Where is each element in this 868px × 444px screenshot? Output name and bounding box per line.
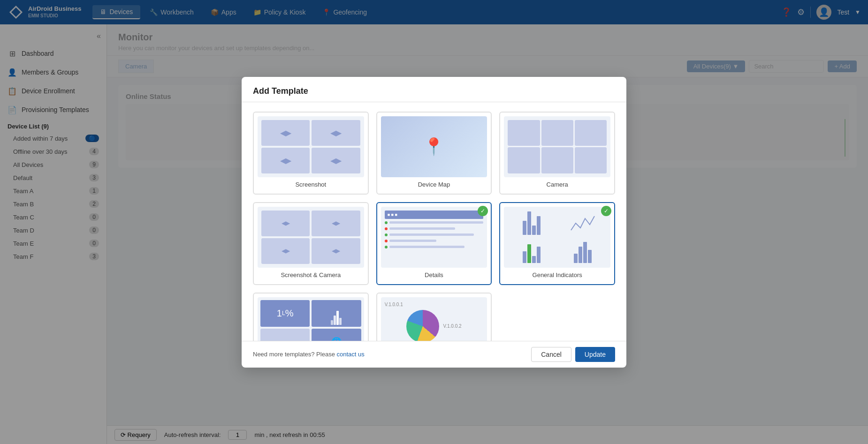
modal-footer: Need more templates? Please contact us C… [242,341,626,368]
add-template-modal: Add Template ◀▶ ◀▶ ◀▶ ◀▶ Screenshot [242,77,626,368]
template-card-screenshot[interactable]: ◀▶ ◀▶ ◀▶ ◀▶ Screenshot [253,112,369,195]
update-button[interactable]: Update [575,347,615,362]
device-map-label: Device Map [418,181,450,190]
contact-us-link[interactable]: contact us [336,351,364,358]
general-indicators-label: General Indicators [533,271,582,280]
modal-buttons: Cancel Update [531,347,615,362]
screenshot-camera-label: Screenshot & Camera [281,271,341,280]
template-card-details[interactable]: ✓ ■ ■ ■ [376,202,492,285]
template-card-biz-daemon[interactable]: V.1.0.0.1 V.1.0.0.2 ◀ Biz Daemon Biz Dae… [376,293,492,341]
modal-overlay[interactable]: Add Template ◀▶ ◀▶ ◀▶ ◀▶ Screenshot [0,0,868,444]
template-grid: ◀▶ ◀▶ ◀▶ ◀▶ Screenshot 📍 [253,110,615,341]
modal-body[interactable]: ◀▶ ◀▶ ◀▶ ◀▶ Screenshot 📍 [242,102,626,341]
template-card-camera[interactable]: Camera [499,112,615,195]
modal-title: Add Template [253,86,615,96]
modal-header: Add Template [242,77,626,102]
screenshot-label: Screenshot [295,181,326,190]
details-selected-badge: ✓ [478,206,488,216]
template-card-general-indicators[interactable]: ✓ [499,202,615,285]
camera-label: Camera [547,181,568,190]
template-card-screenshot-camera[interactable]: ◀▶ ◀▶ ◀▶ ◀▶ Screenshot & Camera [253,202,369,285]
template-card-device-map[interactable]: 📍 Device Map [376,112,492,195]
template-card-device-network[interactable]: 1L% 🌐 [253,293,369,341]
indicators-selected-badge: ✓ [601,206,611,216]
details-label: Details [425,271,443,280]
modal-footer-text: Need more templates? Please contact us [253,351,365,358]
cancel-button[interactable]: Cancel [531,347,571,362]
